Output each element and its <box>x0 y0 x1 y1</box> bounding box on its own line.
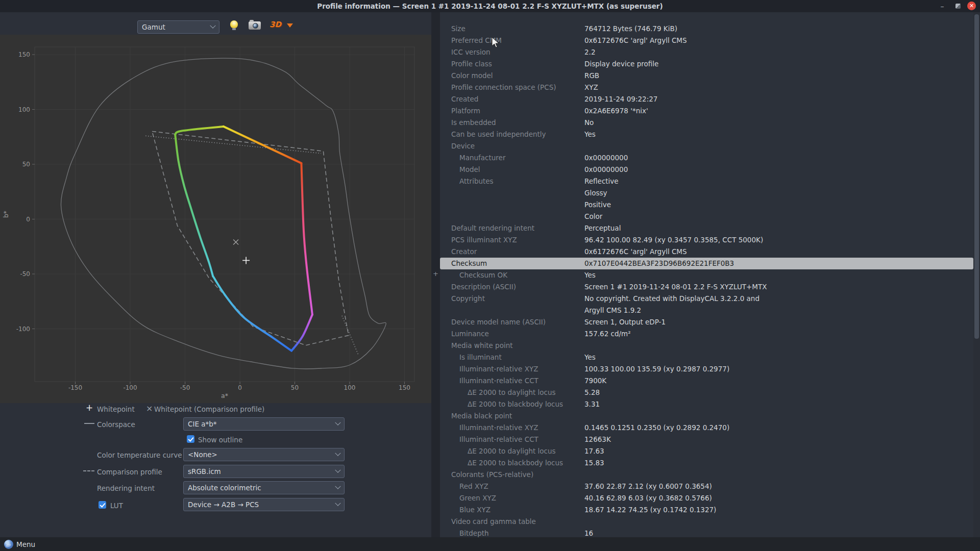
info-row[interactable]: ΔE 2000 to blackbody locus3.31 <box>440 398 973 410</box>
info-row-value: 100.33 100.00 135.59 (xy 0.2987 0.2977) <box>584 365 729 373</box>
info-row[interactable]: Media black point <box>440 410 973 422</box>
info-row[interactable]: Argyll CMS 1.9.2 <box>440 305 973 316</box>
comparison-profile-dropdown[interactable]: sRGB.icm <box>183 465 345 478</box>
info-row[interactable]: CopyrightNo copyright. Created with Disp… <box>440 293 973 305</box>
info-row[interactable]: AttributesReflective <box>440 176 973 187</box>
info-row[interactable]: Device <box>440 140 973 152</box>
view-3d-icon[interactable]: 3D <box>270 20 281 29</box>
info-row[interactable]: Is embeddedNo <box>440 117 973 129</box>
info-row[interactable]: ΔE 2000 to daylight locus5.28 <box>440 387 973 398</box>
info-row-label: Color model <box>451 71 493 80</box>
info-row-value: Color <box>584 212 602 220</box>
rendering-intent-label: Rendering intent <box>97 484 155 492</box>
y-tick-label: -100 <box>16 325 30 333</box>
info-row[interactable]: Illuminant-relative CCT12663K <box>440 434 973 445</box>
info-row[interactable]: Color modelRGB <box>440 70 973 82</box>
info-row[interactable]: Video card gamma table <box>440 516 973 528</box>
splitter-sash-icon[interactable]: + <box>433 270 438 278</box>
backlight-icon[interactable] <box>230 20 238 28</box>
info-row[interactable]: Colorants (PCS-relative) <box>440 469 973 481</box>
info-row[interactable]: Size764712 Bytes (746.79 KiB) <box>440 23 973 35</box>
lut-dropdown[interactable]: Device → A2B → PCS <box>183 498 345 511</box>
info-row-value: 17.63 <box>584 447 604 455</box>
vertical-scrollbar[interactable] <box>973 12 980 537</box>
info-row-value: 2019-11-24 09:22:27 <box>584 95 657 103</box>
info-row[interactable]: Profile connection space (PCS)XYZ <box>440 82 973 93</box>
info-row-label: Default rendering intent <box>451 224 534 232</box>
chevron-down-icon <box>210 23 215 29</box>
info-row[interactable]: Blue XYZ18.67 14.22 74.25 (xy 0.1742 0.1… <box>440 504 973 516</box>
info-row-value: Screen 1, Output eDP-1 <box>584 318 666 326</box>
color-temperature-curve-dropdown[interactable]: <None> <box>183 448 345 461</box>
comparison-profile-value: sRGB.icm <box>188 467 336 475</box>
colorspace-label: Colorspace <box>97 420 135 429</box>
panel-splitter[interactable]: + <box>431 12 440 537</box>
chevron-down-icon <box>335 500 340 506</box>
y-tick-label: 0 <box>26 216 30 223</box>
info-row[interactable]: Device model name (ASCII)Screen 1, Outpu… <box>440 316 973 328</box>
info-row[interactable]: Green XYZ40.16 62.89 6.03 (xy 0.3682 0.5… <box>440 492 973 504</box>
whitepoint-legend-label: Whitepoint <box>97 405 135 413</box>
x-tick-label: 50 <box>291 384 299 391</box>
lut-value: Device → A2B → PCS <box>188 500 336 509</box>
colorspace-dropdown[interactable]: CIE a*b* <box>183 417 345 431</box>
dashed-line-icon <box>83 470 94 471</box>
info-row-value: 3.31 <box>584 400 600 408</box>
chevron-down-icon <box>335 484 340 489</box>
info-row[interactable]: Profile classDisplay device profile <box>440 58 973 70</box>
lut-checkbox[interactable] <box>99 501 106 509</box>
info-row[interactable]: Illuminant-relative XYZ100.33 100.00 135… <box>440 363 973 375</box>
info-row[interactable]: Checksum OKYes <box>440 269 973 281</box>
info-row[interactable]: Description (ASCII)Screen 1 #1 2019-11-2… <box>440 281 973 293</box>
info-row[interactable]: ΔE 2000 to daylight locus17.63 <box>440 445 973 457</box>
info-row-value: Positive <box>584 201 611 209</box>
info-row-label: Red XYZ <box>459 482 488 490</box>
info-row[interactable]: Luminance157.62 cd/m² <box>440 328 973 340</box>
info-row-label: Illuminant-relative CCT <box>459 377 538 385</box>
info-row[interactable]: Is illuminantYes <box>440 352 973 363</box>
info-row[interactable]: Red XYZ37.60 22.87 2.12 (xy 0.6007 0.365… <box>440 481 973 492</box>
info-row[interactable]: ΔE 2000 to blackbody locus15.83 <box>440 457 973 469</box>
info-row[interactable]: Preferred CMM0x6172676C 'argl' Argyll CM… <box>440 35 973 46</box>
info-row-label: Platform <box>451 107 480 115</box>
info-row-value: 7900K <box>584 377 606 385</box>
info-row[interactable]: Media white point <box>440 340 973 352</box>
screenshot-icon[interactable] <box>249 21 261 30</box>
minimize-button[interactable]: – <box>938 2 946 10</box>
info-row[interactable]: Checksum0x7107E0442BEA3F23D96B692E21FEF0… <box>440 258 973 269</box>
info-row[interactable]: Positive <box>440 199 973 211</box>
info-row-label: Can be used independently <box>451 130 546 138</box>
info-row[interactable]: Creator0x6172676C 'argl' Argyll CMS <box>440 246 973 258</box>
info-row-label: Manufacturer <box>459 154 505 162</box>
info-row-value: Yes <box>584 130 596 138</box>
info-row[interactable]: Illuminant-relative CCT7900K <box>440 375 973 387</box>
menu-button[interactable]: Menu <box>3 537 37 551</box>
info-row[interactable]: Glossy <box>440 187 973 199</box>
gamut-plot[interactable]: -150-100-50050100150150100500-50-100a*b* <box>0 35 431 403</box>
info-row-value: 0x2A6E6978 '*nix' <box>584 107 648 115</box>
info-row-value: 96.42 100.00 82.49 (xy 0.3457 0.3585, CC… <box>584 236 763 244</box>
info-row[interactable]: Created2019-11-24 09:22:27 <box>440 93 973 105</box>
y-tick-label: 100 <box>18 106 30 113</box>
info-row[interactable]: Platform0x2A6E6978 '*nix' <box>440 105 973 117</box>
info-row[interactable]: Default rendering intentPerceptual <box>440 222 973 234</box>
info-row[interactable]: Model0x00000000 <box>440 164 973 176</box>
info-row[interactable]: PCS illuminant XYZ96.42 100.00 82.49 (xy… <box>440 234 973 246</box>
view-3d-dropdown-arrow-icon[interactable] <box>287 23 293 28</box>
info-row-value: 16 <box>584 529 593 537</box>
info-row[interactable]: Manufacturer0x00000000 <box>440 152 973 164</box>
y-axis-title: b* <box>2 211 10 218</box>
rendering-intent-dropdown[interactable]: Absolute colorimetric <box>183 481 345 494</box>
info-row[interactable]: Illuminant-relative XYZ0.1465 0.1251 0.2… <box>440 422 973 434</box>
info-row[interactable]: Color <box>440 211 973 222</box>
scrollbar-thumb[interactable] <box>974 14 979 339</box>
info-row-value: Yes <box>584 271 596 279</box>
maximize-button[interactable] <box>955 4 961 9</box>
info-row-label: Copyright <box>451 294 485 303</box>
plot-type-dropdown[interactable]: Gamut <box>137 20 219 34</box>
close-button[interactable]: ✕ <box>967 2 976 10</box>
comparison-profile-label: Comparison profile <box>97 468 162 476</box>
info-row[interactable]: Can be used independentlyYes <box>440 129 973 140</box>
show-outline-checkbox[interactable] <box>187 435 194 443</box>
info-row[interactable]: ICC version2.2 <box>440 46 973 58</box>
